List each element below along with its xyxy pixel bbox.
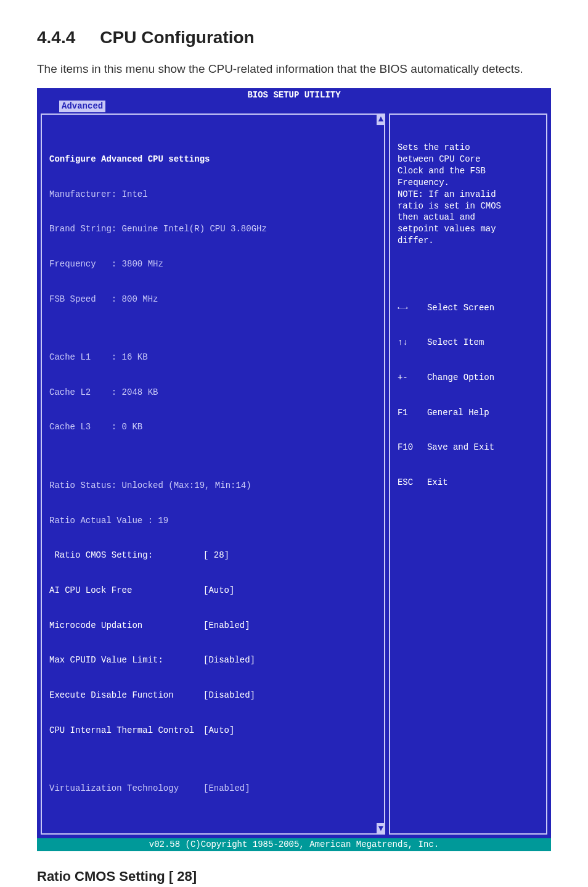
bios-info-line: Manufacturer: Intel xyxy=(49,189,377,200)
bios-field-row: CPU Internal Thermal Control[Auto] xyxy=(49,725,377,736)
bios-right-panel: Sets the ratio between CPU Core Clock an… xyxy=(389,113,547,834)
bios-active-tab: Advanced xyxy=(59,101,105,112)
bios-field-row: AI CPU Lock Free[Auto] xyxy=(49,585,377,596)
bios-info-line: Frequency : 3800 MHz xyxy=(49,258,377,270)
bios-key-row: +-Change Option xyxy=(398,372,539,384)
bios-info-line: Cache L2 : 2048 KB xyxy=(49,387,377,398)
bios-info-line: Ratio Actual Value : 19 xyxy=(49,515,377,527)
bios-info-line: Brand String: Genuine Intel(R) CPU 3.80G… xyxy=(49,223,377,235)
ratio-heading: Ratio CMOS Setting [ 28] xyxy=(37,866,551,886)
bios-title: BIOS SETUP UTILITY xyxy=(37,88,551,101)
scroll-up-icon: ▲ xyxy=(377,113,385,125)
heading-title: CPU Configuration xyxy=(100,28,254,47)
section-heading: 4.4.4CPU Configuration xyxy=(37,25,551,51)
bios-left-panel: ▲ Configure Advanced CPU settings Manufa… xyxy=(41,113,385,834)
bios-tabs: Advanced xyxy=(37,101,551,113)
scroll-down-icon: ▼ xyxy=(377,823,385,835)
bios-footer: v02.58 (C)Copyright 1985-2005, American … xyxy=(37,838,551,851)
bios-info-line: Cache L3 : 0 KB xyxy=(49,421,377,433)
bios-info-line: Ratio Status: Unlocked (Max:19, Min:14) xyxy=(49,480,377,492)
heading-number: 4.4.4 xyxy=(37,28,75,47)
bios-field-row: Execute Disable Function[Disabled] xyxy=(49,690,377,701)
bios-key-row: F10Save and Exit xyxy=(398,442,539,453)
bios-left-heading: Configure Advanced CPU settings xyxy=(49,154,377,165)
bios-field-row: Max CPUID Value Limit:[Disabled] xyxy=(49,654,377,666)
bios-key-row: ESCExit xyxy=(398,477,539,489)
bios-field-row: Ratio CMOS Setting:[ 28] xyxy=(49,550,377,561)
bios-field-row: Virtualization Technology[Enabled] xyxy=(49,783,377,794)
bios-screenshot: BIOS SETUP UTILITY Advanced ▲ Configure … xyxy=(37,88,551,851)
bios-key-row: F1General Help xyxy=(398,407,539,419)
bios-help-text: Sets the ratio between CPU Core Clock an… xyxy=(398,142,539,247)
bios-key-row: ↑↓Select Item xyxy=(398,337,539,349)
bios-key-row: ←→Select Screen xyxy=(398,302,539,314)
bios-field-row: Microcode Updation[Enabled] xyxy=(49,620,377,632)
intro-paragraph: The items in this menu show the CPU-rela… xyxy=(37,60,551,78)
bios-info-line: Cache L1 : 16 KB xyxy=(49,352,377,363)
bios-info-line: FSB Speed : 800 MHz xyxy=(49,294,377,305)
